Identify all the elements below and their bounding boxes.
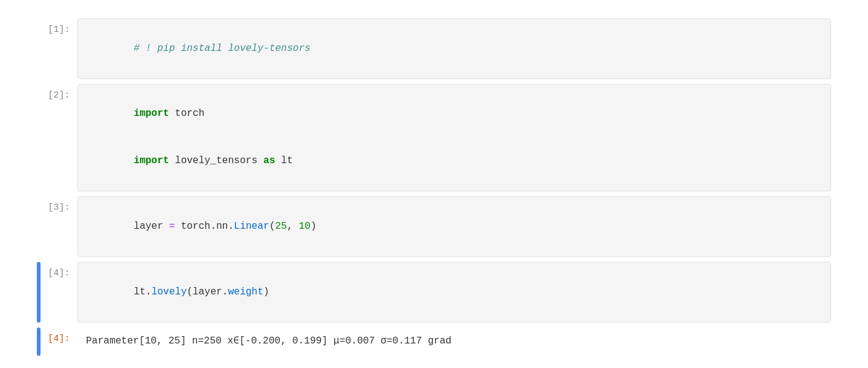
cell-4-output: [4]: Parameter[10, 25] n=250 x∈[-0.200, … xyxy=(37,328,831,356)
cell-4-output-content: Parameter[10, 25] n=250 x∈[-0.200, 0.199… xyxy=(77,328,831,356)
num-10: 10 xyxy=(299,221,311,232)
lt-prefix: lt. xyxy=(134,286,152,297)
linear-method: Linear xyxy=(234,221,269,232)
cell-3-content[interactable]: layer = torch.nn.Linear(25, 10) xyxy=(77,196,831,257)
cell-1: [1]: # ! pip install lovely-tensors xyxy=(37,18,831,79)
cell-4-input-content[interactable]: lt.lovely(layer.weight) xyxy=(77,262,831,323)
output-text: Parameter[10, 25] n=250 x∈[-0.200, 0.199… xyxy=(86,335,451,347)
cell-4-line-1: lt.lovely(layer.weight) xyxy=(87,269,822,316)
paren-open: ( xyxy=(269,221,276,232)
comma-space: , xyxy=(287,221,298,232)
layer-var: layer xyxy=(134,221,169,232)
cell-2-label: [2]: xyxy=(41,84,77,192)
cell-3-line-1: layer = torch.nn.Linear(25, 10) xyxy=(87,203,822,250)
import-keyword-2: import xyxy=(134,155,169,166)
cell-1-line-1: # ! pip install lovely-tensors xyxy=(87,25,822,72)
comment-text: # ! pip install lovely-tensors xyxy=(134,43,311,54)
import-torch: torch xyxy=(169,108,204,119)
cell-4-output-label: [4]: xyxy=(41,328,77,356)
as-keyword: as xyxy=(263,155,275,166)
cell-4-input: [4]: lt.lovely(layer.weight) xyxy=(37,262,831,323)
close-paren: ) xyxy=(263,286,269,297)
cell-2: [2]: import torch import lovely_tensors … xyxy=(37,84,831,192)
cell-1-content[interactable]: # ! pip install lovely-tensors xyxy=(77,18,831,79)
cell-3: [3]: layer = torch.nn.Linear(25, 10) xyxy=(37,196,831,257)
cell-2-line-1: import torch xyxy=(87,91,822,138)
import-lt-text: lovely_tensors xyxy=(169,155,263,166)
lt-alias: lt xyxy=(275,155,293,166)
torch-nn: torch.nn. xyxy=(175,221,234,232)
lovely-method: lovely xyxy=(152,286,187,297)
weight-attr: weight xyxy=(228,286,263,297)
paren-close: ) xyxy=(311,221,317,232)
notebook-container: [1]: # ! pip install lovely-tensors [2]:… xyxy=(0,12,868,367)
cell-2-content[interactable]: import torch import lovely_tensors as lt xyxy=(77,84,831,192)
cell-4-input-label: [4]: xyxy=(41,262,77,323)
cell-3-label: [3]: xyxy=(41,196,77,257)
cell-1-label: [1]: xyxy=(41,18,77,79)
import-keyword-1: import xyxy=(134,108,169,119)
layer-arg: (layer. xyxy=(187,286,228,297)
equals-sign: = xyxy=(169,221,175,232)
cell-2-line-2: import lovely_tensors as lt xyxy=(87,138,822,185)
num-25: 25 xyxy=(275,221,287,232)
